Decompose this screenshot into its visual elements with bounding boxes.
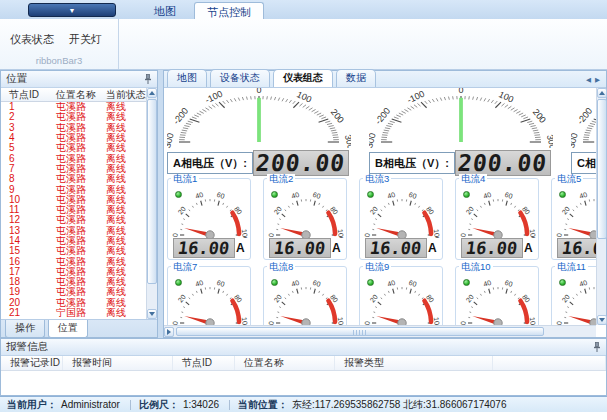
location-table-scrollbar[interactable]	[146, 88, 157, 319]
main-tab-2[interactable]: 设备状态	[210, 69, 270, 87]
table-row[interactable]: 8屯溪路离线	[1, 174, 146, 184]
bottom-tab-2[interactable]: 位置	[48, 320, 88, 338]
scroll-down-button[interactable]	[597, 315, 607, 325]
dial-tick-label: 60	[216, 279, 226, 288]
dial-tick-label: 100	[529, 317, 537, 325]
scroll-up-button[interactable]	[597, 88, 607, 98]
alarm-column-header[interactable]: 位置名称	[235, 356, 335, 370]
scroll-down-button[interactable]	[147, 309, 157, 319]
tab-nav: ◀ ▶	[586, 76, 603, 87]
current-gauge-电流3: 电流302040608010016.00A	[359, 178, 443, 260]
ribbon-group-label: ribbonBar3	[0, 55, 118, 66]
table-row[interactable]: 7屯溪路离线	[1, 164, 146, 174]
status-cell: 离线	[98, 246, 146, 256]
table-row[interactable]: 11屯溪路离线	[1, 205, 146, 215]
voltage-gauge-2: -300-200-1000100200300B相电压（V）:200.00	[369, 88, 553, 176]
ribbon-tab-strip: ▼ 地图节点控制	[0, 0, 607, 19]
location-column-header[interactable]: 位置名称	[48, 88, 98, 102]
current-user-value: Administrator	[61, 399, 120, 410]
voltage-dial: -300-200-1000100200300	[369, 88, 553, 148]
current-dial: 020406080100	[264, 188, 348, 238]
red-zone	[328, 301, 335, 322]
table-row[interactable]: 18屯溪路离线	[1, 277, 146, 287]
gauge-vertical-scrollbar[interactable]	[596, 88, 606, 325]
scroll-up-button[interactable]	[147, 88, 157, 98]
current-gauge-电流1: 电流102040608010016.00A	[167, 178, 251, 260]
voltage-dial: -300-200-1000100200300	[167, 88, 351, 148]
tab-scroll-right-icon[interactable]: ▶	[595, 76, 600, 84]
location-table-header: 节点ID位置名称当前状态	[1, 88, 157, 102]
scrollbar-thumb[interactable]	[597, 99, 607, 239]
table-row[interactable]: 14屯溪路离线	[1, 236, 146, 246]
ribbon-tab-1[interactable]: 地图	[142, 2, 188, 19]
table-row[interactable]: 17屯溪路离线	[1, 267, 146, 277]
table-row[interactable]: 1屯溪路离线	[1, 102, 146, 112]
pin-icon[interactable]	[593, 342, 601, 353]
pin-icon[interactable]	[144, 74, 152, 85]
ribbon: ▼ 地图节点控制 仪表状态 开关灯 ribbonBar3	[0, 0, 607, 70]
node-id-cell: 19	[1, 287, 48, 297]
node-id-cell: 18	[1, 277, 48, 287]
location-name-cell: 屯溪路	[48, 205, 98, 215]
main-tab-1[interactable]: 地图	[167, 69, 207, 87]
location-column-header[interactable]: 当前状态	[98, 88, 148, 102]
alarm-panel-title: 报警信息	[6, 340, 48, 354]
node-id-cell: 20	[1, 298, 48, 308]
node-id-cell: 6	[1, 154, 48, 164]
status-cell: 离线	[98, 174, 146, 184]
status-cell: 离线	[98, 185, 146, 195]
status-cell: 离线	[98, 298, 146, 308]
main-tab-4[interactable]: 数据	[336, 69, 376, 87]
scroll-right-button[interactable]	[164, 327, 174, 337]
table-row[interactable]: 21宁国路离线	[1, 308, 146, 318]
gauge-canvas: -300-200-1000100200300A相电压（V）:200.00-300…	[164, 88, 596, 325]
app-menu-button[interactable]: ▼	[28, 3, 116, 17]
current-gauge-电流10: 电流1002040608010016.00A	[455, 266, 539, 325]
gauge-horizontal-scrollbar[interactable]	[164, 325, 596, 337]
ribbon-tab-2[interactable]: 节点控制	[194, 2, 264, 19]
ribbon-body: 仪表状态 开关灯 ribbonBar3	[0, 19, 607, 69]
status-cell: 离线	[98, 226, 146, 236]
node-id-cell: 1	[1, 102, 48, 112]
main-panel: 地图设备状态仪表组态数据 ◀ ▶ -300-200-1000100200300A…	[163, 70, 607, 338]
dial-tick-label: 40	[290, 279, 300, 288]
current-dial: 020406080100	[456, 188, 540, 238]
table-row[interactable]: 5屯溪路离线	[1, 143, 146, 153]
location-name-cell: 屯溪路	[48, 236, 98, 246]
table-row[interactable]: 2屯溪路离线	[1, 112, 146, 122]
location-name-cell: 屯溪路	[48, 195, 98, 205]
tab-scroll-left-icon[interactable]: ◀	[586, 76, 591, 84]
bottom-tab-1[interactable]: 操作	[5, 320, 45, 338]
location-name-cell: 屯溪路	[48, 287, 98, 297]
alarm-column-header[interactable]: 报警时间	[63, 356, 173, 370]
status-cell: 离线	[98, 102, 146, 112]
main-tab-3[interactable]: 仪表组态	[273, 69, 333, 87]
scrollbar-thumb[interactable]	[147, 99, 157, 284]
node-id-cell: 4	[1, 133, 48, 143]
table-row[interactable]: 16屯溪路离线	[1, 256, 146, 266]
scale-label: 比例尺：	[139, 398, 179, 412]
alarm-column-header[interactable]: 节点ID	[173, 356, 235, 370]
alarm-column-header[interactable]: 报警记录ID	[1, 356, 63, 370]
red-zone	[328, 213, 335, 234]
table-row[interactable]: 15屯溪路离线	[1, 246, 146, 256]
table-row[interactable]: 13屯溪路离线	[1, 226, 146, 236]
switch-light-button[interactable]: 开关灯	[69, 32, 102, 47]
table-row[interactable]: 20屯溪路离线	[1, 298, 146, 308]
alarm-column-header[interactable]: 报警类型	[335, 356, 493, 370]
table-row[interactable]: 12屯溪路离线	[1, 215, 146, 225]
location-column-header[interactable]: 节点ID	[1, 88, 48, 102]
table-row[interactable]: 3屯溪路离线	[1, 123, 146, 133]
dial-tick-label: 100	[433, 317, 441, 325]
table-row[interactable]: 19屯溪路离线	[1, 287, 146, 297]
scrollbar-thumb[interactable]	[176, 327, 544, 336]
table-row[interactable]: 6屯溪路离线	[1, 153, 146, 163]
instrument-status-button[interactable]: 仪表状态	[10, 32, 54, 47]
table-row[interactable]: 4屯溪路离线	[1, 133, 146, 143]
table-row[interactable]: 10屯溪路离线	[1, 195, 146, 205]
table-row[interactable]: 9屯溪路离线	[1, 184, 146, 194]
location-name-cell: 屯溪路	[48, 133, 98, 143]
node-id-cell: 17	[1, 267, 48, 277]
current-gauge-display: 16.00	[461, 238, 523, 258]
location-panel: 位置 节点ID位置名称当前状态 1屯溪路离线2屯溪路离线3屯溪路离线4屯溪路离线…	[0, 70, 158, 338]
